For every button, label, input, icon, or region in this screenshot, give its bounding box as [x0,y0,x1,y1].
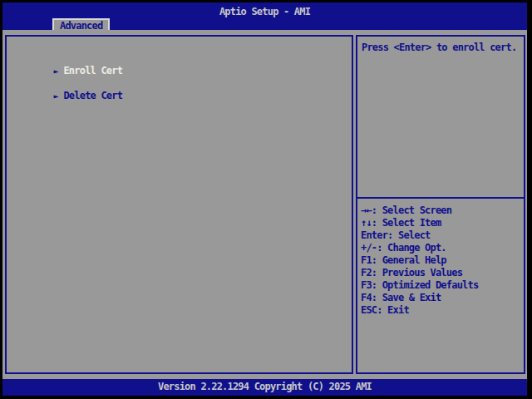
key-hint-f2-previous-values: F2: Previous Values [361,267,522,279]
key-hint-change-opt: +/-: Change Opt. [361,242,522,254]
submenu-arrow-icon: ► [53,66,58,77]
key-hint-enter-select: Enter: Select [361,229,522,242]
key-hint-esc-exit: ESC: Exit [361,304,522,317]
item-help-text: Press <Enter> to enroll cert. [357,37,524,59]
header-bar: Aptio Setup - AMI Advanced [2,2,527,30]
version-text: Version 2.22.1294 Copyright (C) 2025 AMI [158,381,372,392]
menu-item-label: Delete Cert [63,90,122,101]
key-hint-select-item: ↑↓: Select Item [361,217,522,229]
menu-item-enroll-cert[interactable]: ►Enroll Cert [11,53,348,65]
content-area: ►Enroll Cert ►Delete Cert Press <Enter> … [2,30,527,379]
footer-bar: Version 2.22.1294 Copyright (C) 2025 AMI [2,379,527,396]
key-hint-f3-optimized-defaults: F3: Optimized Defaults [361,279,522,292]
key-legend: →←: Select Screen ↑↓: Select Item Enter:… [361,204,522,317]
key-hint-f1-general-help: F1: General Help [361,254,522,267]
key-hint-f4-save-exit: F4: Save & Exit [361,292,522,304]
submenu-arrow-icon: ► [53,91,58,102]
menu-item-delete-cert[interactable]: ►Delete Cert [11,78,348,90]
help-pane-divider [357,197,524,199]
page-title: Aptio Setup - AMI [2,6,527,17]
bios-setup-screen: Aptio Setup - AMI Advanced ►Enroll Cert … [0,0,532,399]
key-hint-select-screen: →←: Select Screen [361,204,522,217]
help-pane: Press <Enter> to enroll cert. →←: Select… [356,35,525,374]
menu-pane: ►Enroll Cert ►Delete Cert [5,35,353,374]
menu-item-label: Enroll Cert [63,65,122,76]
